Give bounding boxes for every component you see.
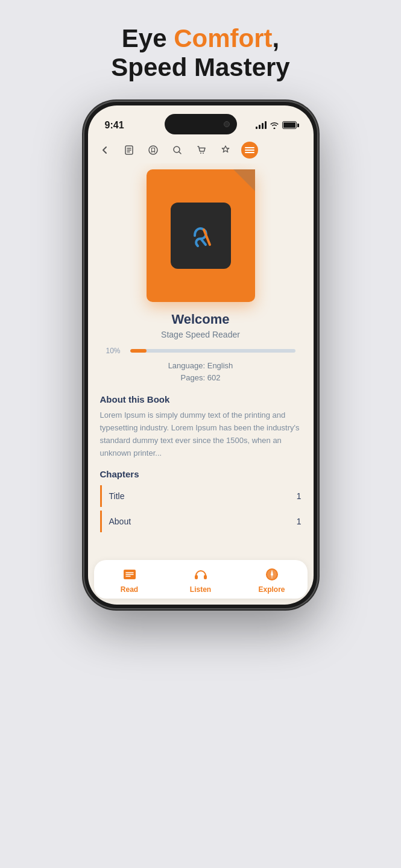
progress-track	[130, 349, 295, 353]
book-meta: Language: English Pages: 602	[100, 360, 302, 385]
book-cover-container	[100, 169, 302, 302]
svg-point-7	[200, 153, 201, 154]
book-subtitle: Stage Speed Reader	[100, 330, 302, 339]
svg-point-4	[149, 146, 157, 154]
headline-line2: Speed Mastery	[111, 53, 289, 81]
camera-dot	[224, 121, 230, 127]
phone-screen: 9:41	[88, 105, 314, 605]
compass-icon	[264, 566, 280, 583]
svg-rect-16	[195, 575, 198, 579]
bottom-nav: Read Listen	[94, 560, 308, 599]
headphones-icon	[192, 566, 209, 583]
read-icon	[121, 566, 138, 583]
chapter-2-page: 1	[297, 517, 302, 526]
menu-icon[interactable]	[241, 142, 258, 159]
headline: Eye Comfort, Speed Mastery	[111, 24, 289, 83]
battery-icon	[282, 121, 297, 129]
status-time: 9:41	[105, 120, 124, 131]
progress-pct: 10%	[106, 347, 124, 355]
nav-explore[interactable]: Explore	[236, 566, 308, 594]
browser-toolbar	[88, 137, 314, 163]
cart-icon[interactable]	[193, 142, 210, 159]
chapters-section: Chapters Title 1 About 1	[100, 469, 302, 532]
book-logo	[183, 218, 219, 254]
bookmark-circle-icon[interactable]	[145, 142, 162, 159]
progress-fill	[130, 349, 147, 353]
search-icon[interactable]	[169, 142, 186, 159]
status-icons	[256, 121, 297, 129]
headline-prefix: Eye	[122, 24, 174, 52]
chapter-item[interactable]: Title 1	[100, 485, 302, 507]
headline-accent: Comfort	[174, 24, 272, 52]
svg-point-8	[203, 153, 204, 154]
about-section: About this Book Lorem Ipsum is simply du…	[100, 394, 302, 459]
dynamic-island	[165, 114, 237, 134]
wifi-icon	[270, 121, 279, 129]
book-cover	[147, 169, 255, 302]
book-language: Language: English	[100, 360, 302, 373]
book-logo-bg	[171, 203, 231, 269]
book-title: Welcome	[100, 312, 302, 327]
back-button[interactable]	[96, 142, 113, 159]
screen-content[interactable]: Welcome Stage Speed Reader 10% Language:…	[88, 163, 314, 560]
chapter-1-title: Title	[109, 491, 125, 501]
listen-label: Listen	[190, 585, 211, 594]
headline-comma: ,	[273, 24, 280, 52]
svg-rect-17	[204, 575, 207, 579]
phone-frame: 9:41	[83, 101, 318, 609]
book-corner	[233, 169, 255, 191]
progress-row: 10%	[100, 347, 302, 355]
star-icon[interactable]	[217, 142, 234, 159]
about-text: Lorem Ipsum is simply dummy text of the …	[100, 409, 302, 459]
svg-line-6	[179, 152, 181, 154]
document-icon[interactable]	[121, 142, 137, 159]
chapter-item[interactable]: About 1	[100, 511, 302, 532]
chapters-heading: Chapters	[100, 469, 302, 479]
about-heading: About this Book	[100, 394, 302, 404]
explore-label: Explore	[258, 585, 285, 594]
chapter-2-title: About	[109, 517, 131, 526]
nav-read[interactable]: Read	[94, 566, 165, 594]
signal-icon	[256, 121, 267, 129]
chapter-1-page: 1	[297, 491, 302, 501]
read-label: Read	[121, 585, 138, 594]
nav-listen[interactable]: Listen	[165, 566, 236, 594]
book-pages: Pages: 602	[100, 372, 302, 385]
